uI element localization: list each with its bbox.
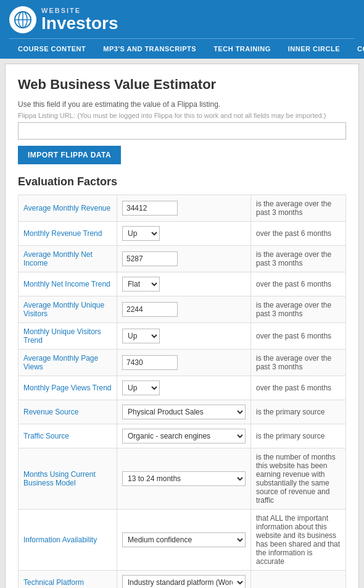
field-desc [251,571,346,589]
field-desc: is the number of months this website has… [251,448,346,510]
field-select[interactable]: UpFlatDown [122,329,160,343]
field-label: Monthly Page Views Trend [19,376,117,400]
field-desc: over the past 6 months [251,222,346,246]
nav-contact-us[interactable]: CONTACT US [349,39,364,59]
field-select-wide[interactable]: Physical Product SalesDigital Product Sa… [122,405,246,419]
field-input-cell [117,296,251,323]
header: WEBSITE Investors COURSE CONTENT MP3'S A… [0,0,364,59]
field-desc: over the past 6 months [251,323,346,350]
field-select-wide[interactable]: 0 to 6 months7 to 12 months13 to 24 mont… [122,471,246,486]
flippa-hint: (You must be logged into Flippa for this… [77,112,326,119]
field-input-cell [117,246,251,272]
table-row: Monthly Net Income TrendUpFlatDownover t… [19,272,346,296]
field-input-cell: UpFlatDown [117,222,251,246]
field-input-cell [117,195,251,222]
field-select-wide[interactable]: Organic - search enginesPaid trafficSoci… [122,429,246,443]
nav-tech-training[interactable]: TECH TRAINING [205,39,279,59]
page-title: Web Business Value Estimator [18,77,346,93]
table-row: Monthly Unique Visitors TrendUpFlatDowno… [19,323,346,350]
field-input-cell: Physical Product SalesDigital Product Sa… [117,400,251,424]
field-text-input[interactable] [122,355,178,370]
import-flippa-button[interactable]: IMPORT FLIPPA DATA [18,146,121,164]
table-row: Average Monthly Net Incomeis the average… [19,246,346,272]
field-desc: is the average over the past 3 months [251,296,346,323]
field-select[interactable]: UpFlatDown [122,380,160,395]
table-row: Months Using Current Business Model0 to … [19,448,346,510]
logo-website-text: WEBSITE [41,7,118,14]
flippa-label: Flippa Listing URL: (You must be logged … [18,111,346,120]
evaluation-table: Average Monthly Revenueis the average ov… [18,195,346,588]
field-input-cell [117,350,251,376]
field-label: Average Monthly Page Views [19,350,117,376]
field-input-cell: UpFlatDown [117,376,251,400]
field-input-cell: High confidenceMedium confidenceLow conf… [117,510,251,571]
field-label: Monthly Unique Visitors Trend [19,323,117,350]
table-row: Monthly Page Views TrendUpFlatDownover t… [19,376,346,400]
field-select-wide[interactable]: High confidenceMedium confidenceLow conf… [122,532,246,547]
logo-text: WEBSITE Investors [41,7,118,33]
logo-investors-text: Investors [41,14,118,33]
flippa-info: Use this field if you are estimating the… [18,100,346,109]
field-label: Technical Platform [19,571,117,589]
table-row: Average Monthly Page Viewsis the average… [19,350,346,376]
table-row: Technical PlatformIndustry standard plat… [19,571,346,589]
field-input-cell: Organic - search enginesPaid trafficSoci… [117,424,251,448]
flippa-url-input[interactable] [18,122,346,140]
field-label: Monthly Revenue Trend [19,222,117,246]
field-input-cell: UpFlatDown [117,323,251,350]
table-row: Traffic SourceOrganic - search enginesPa… [19,424,346,448]
main-content: Web Business Value Estimator Use this fi… [5,64,359,588]
field-label: Revenue Source [19,400,117,424]
field-desc: over the past 6 months [251,376,346,400]
table-row: Monthly Revenue TrendUpFlatDownover the … [19,222,346,246]
field-input-cell: Industry standard platform (Wordpress,et… [117,571,251,589]
table-row: Revenue SourcePhysical Product SalesDigi… [19,400,346,424]
logo-area: WEBSITE Investors [9,6,355,38]
field-select[interactable]: UpFlatDown [122,226,160,241]
table-row: Information AvailabilityHigh confidenceM… [19,510,346,571]
evaluation-factors-title: Evaluation Factors [18,175,346,188]
nav-mp3s[interactable]: MP3'S AND TRANSCRIPTS [94,39,205,59]
field-text-input[interactable] [122,251,178,266]
field-text-input[interactable] [122,201,178,216]
field-input-cell: 0 to 6 months7 to 12 months13 to 24 mont… [117,448,251,510]
field-label: Information Availability [19,510,117,571]
field-desc: is the average over the past 3 months [251,195,346,222]
field-desc: is the primary source [251,400,346,424]
field-desc: over the past 6 months [251,272,346,296]
field-text-input[interactable] [122,302,178,317]
field-label: Average Monthly Net Income [19,246,117,272]
field-label: Months Using Current Business Model [19,448,117,510]
field-label: Monthly Net Income Trend [19,272,117,296]
logo-icon [9,6,36,33]
nav-course-content[interactable]: COURSE CONTENT [9,39,94,59]
nav-bar: COURSE CONTENT MP3'S AND TRANSCRIPTS TEC… [9,38,355,59]
field-input-cell: UpFlatDown [117,272,251,296]
field-desc: is the primary source [251,424,346,448]
field-select-wide[interactable]: Industry standard platform (Wordpress,et… [122,575,246,588]
field-label: Average Monthly Revenue [19,195,117,222]
nav-inner-circle[interactable]: INNER CIRCLE [279,39,349,59]
field-desc: is the average over the past 3 months [251,350,346,376]
field-select[interactable]: UpFlatDown [122,277,160,292]
table-row: Average Monthly Unique Visitorsis the av… [19,296,346,323]
field-desc: is the average over the past 3 months [251,246,346,272]
field-desc: that ALL the important information about… [251,510,346,571]
field-label: Traffic Source [19,424,117,448]
field-label: Average Monthly Unique Visitors [19,296,117,323]
table-row: Average Monthly Revenueis the average ov… [19,195,346,222]
